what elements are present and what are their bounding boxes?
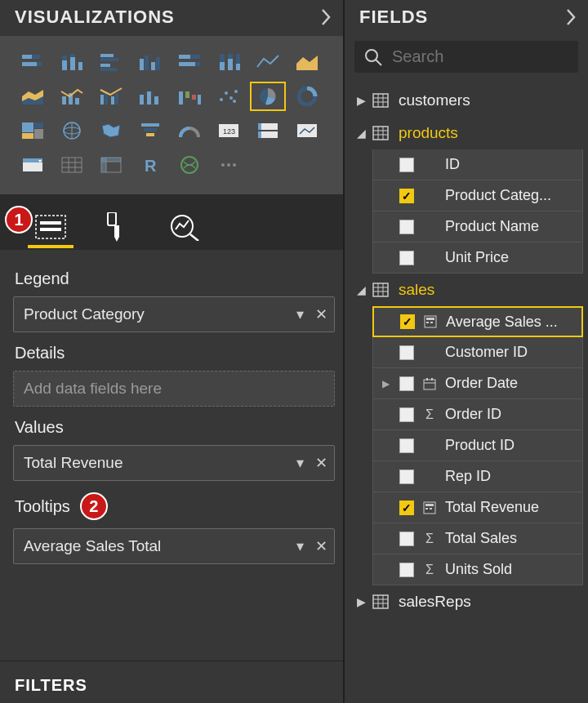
viz-clustered-column[interactable] — [132, 47, 168, 77]
field-type-icon — [422, 377, 437, 390]
field-average-sales-[interactable]: Average Sales ... — [372, 306, 583, 337]
viz-area[interactable] — [289, 47, 325, 77]
field-checkbox[interactable] — [399, 501, 414, 515]
field-checkbox[interactable] — [399, 407, 414, 422]
viz-filled-map[interactable] — [93, 116, 129, 145]
field-checkbox[interactable] — [399, 251, 414, 265]
field-order-date[interactable]: ▶Order Date — [372, 368, 583, 399]
tooltips-well[interactable]: Average Sales Total ▾ ✕ — [13, 528, 335, 564]
svg-point-44 — [234, 90, 238, 93]
details-label: Details — [15, 344, 335, 363]
viz-line-stacked-col[interactable] — [54, 82, 90, 111]
viz-arcgis[interactable] — [172, 150, 207, 180]
collapse-visualizations-icon[interactable] — [320, 8, 332, 26]
field-checkbox[interactable] — [399, 189, 414, 203]
svg-rect-92 — [373, 94, 388, 107]
viz-stacked-column[interactable] — [54, 47, 90, 77]
search-box[interactable] — [354, 41, 578, 73]
viz-100-bar[interactable] — [172, 47, 207, 77]
search-input[interactable] — [392, 47, 568, 66]
field-checkbox[interactable] — [399, 469, 414, 484]
field-checkbox[interactable] — [399, 532, 414, 546]
legend-dropdown-icon[interactable]: ▾ — [296, 305, 304, 323]
svg-point-82 — [233, 163, 236, 167]
field-checkbox[interactable] — [399, 345, 414, 360]
fields-tab[interactable] — [33, 209, 69, 245]
viz-stacked-bar[interactable] — [15, 47, 51, 77]
viz-table[interactable] — [54, 150, 90, 180]
analytics-tab[interactable] — [167, 209, 203, 245]
collapse-fields-icon[interactable] — [565, 8, 577, 26]
field-label: Product ID — [445, 437, 576, 454]
field-checkbox[interactable] — [399, 438, 414, 453]
viz-matrix[interactable] — [93, 150, 129, 180]
table-icon — [372, 283, 389, 297]
svg-text:123: 123 — [223, 127, 235, 136]
table-sales[interactable]: ◢sales — [350, 274, 583, 306]
svg-rect-75 — [101, 158, 106, 172]
field-checkbox[interactable] — [399, 220, 414, 234]
svg-rect-68 — [62, 158, 82, 172]
viz-r-visual[interactable]: R — [132, 150, 168, 180]
hierarchy-caret-icon: ▶ — [380, 378, 391, 389]
viz-line[interactable] — [250, 47, 286, 77]
tooltips-value: Average Sales Total — [24, 537, 296, 555]
viz-ribbon[interactable] — [132, 82, 168, 111]
tooltips-remove-icon[interactable]: ✕ — [315, 537, 327, 555]
values-dropdown-icon[interactable]: ▾ — [296, 454, 304, 472]
field-total-revenue[interactable]: Total Revenue — [372, 492, 583, 523]
table-customers[interactable]: ▶customers — [350, 84, 583, 117]
field-checkbox[interactable] — [399, 376, 414, 391]
svg-rect-11 — [100, 64, 110, 67]
viz-waterfall[interactable] — [172, 82, 207, 111]
viz-pie[interactable] — [250, 82, 286, 111]
tooltips-dropdown-icon[interactable]: ▾ — [296, 537, 304, 555]
svg-point-43 — [229, 96, 233, 100]
field-unit-price[interactable]: Unit Price — [372, 242, 583, 274]
values-remove-icon[interactable]: ✕ — [315, 454, 327, 472]
viz-slicer[interactable] — [15, 150, 51, 180]
field-customer-id[interactable]: Customer ID — [372, 337, 583, 368]
viz-tabs — [0, 194, 343, 250]
field-checkbox[interactable] — [400, 314, 415, 329]
viz-line-clustered-col[interactable] — [93, 82, 129, 111]
svg-rect-108 — [426, 318, 434, 320]
viz-card[interactable]: 123 — [211, 116, 247, 145]
svg-rect-38 — [185, 91, 189, 98]
table-products[interactable]: ◢products — [350, 117, 583, 149]
field-rep-id[interactable]: Rep ID — [372, 461, 583, 492]
filters-header[interactable]: FILTERS — [0, 661, 343, 703]
svg-rect-50 — [34, 129, 43, 139]
details-well[interactable]: Add data fields here — [13, 371, 335, 407]
legend-remove-icon[interactable]: ✕ — [315, 305, 327, 323]
field-units-sold[interactable]: ΣUnits Sold — [372, 554, 583, 585]
viz-scatter[interactable] — [211, 82, 247, 111]
viz-gauge[interactable] — [172, 116, 207, 145]
svg-rect-6 — [70, 57, 75, 70]
format-tab[interactable] — [100, 209, 136, 245]
field-checkbox[interactable] — [399, 563, 414, 577]
svg-point-42 — [225, 91, 228, 95]
viz-map[interactable] — [54, 116, 90, 145]
viz-stacked-area[interactable] — [15, 82, 51, 111]
field-id[interactable]: ID — [372, 149, 583, 180]
field-checkbox[interactable] — [399, 158, 414, 172]
field-product-id[interactable]: Product ID — [372, 430, 583, 461]
table-salesReps[interactable]: ▶salesReps — [350, 585, 583, 618]
viz-kpi[interactable] — [289, 116, 325, 145]
svg-rect-48 — [22, 122, 33, 132]
field-total-sales[interactable]: ΣTotal Sales — [372, 523, 583, 554]
field-order-id[interactable]: ΣOrder ID — [372, 399, 583, 430]
viz-funnel[interactable] — [132, 116, 168, 145]
field-product-name[interactable]: Product Name — [372, 211, 583, 242]
viz-more-visuals[interactable] — [211, 150, 247, 180]
viz-multi-row-card[interactable] — [250, 116, 286, 145]
svg-rect-86 — [108, 212, 116, 225]
field-product-categ-[interactable]: Product Categ... — [372, 180, 583, 211]
values-well[interactable]: Total Revenue ▾ ✕ — [13, 445, 335, 481]
viz-donut[interactable] — [289, 82, 325, 111]
legend-well[interactable]: Product Category ▾ ✕ — [13, 296, 335, 332]
viz-clustered-bar[interactable] — [93, 47, 129, 77]
viz-treemap[interactable] — [15, 116, 51, 145]
viz-100-column[interactable] — [211, 47, 247, 77]
